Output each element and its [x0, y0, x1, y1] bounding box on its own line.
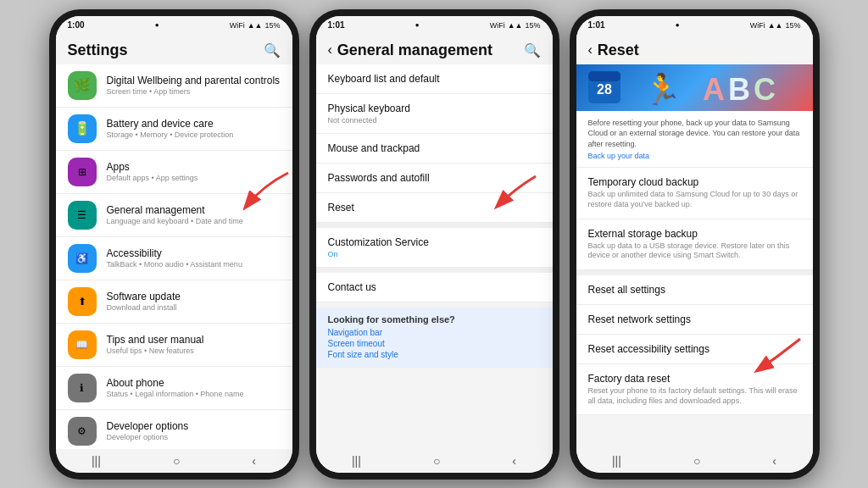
back-btn-3[interactable]: ‹	[772, 454, 776, 468]
item-title: External storage backup	[588, 228, 801, 240]
status-center-2: ●	[415, 21, 420, 29]
factory-reset-sub: Reset your phone to its factory default …	[588, 386, 801, 406]
back-btn[interactable]: ‹	[252, 454, 256, 468]
gm-title: General management	[337, 42, 492, 59]
item-subtitle: Status • Legal information • Phone name	[107, 390, 281, 398]
item-title: Developer options	[107, 420, 281, 432]
developer-icon: ⚙	[68, 417, 97, 446]
apps-icon: ⊞	[68, 158, 97, 186]
suggestion-link-font[interactable]: Font size and style	[328, 350, 541, 359]
status-bar-3: 1:01 ● WiFi ▲▲ 15%	[576, 16, 813, 35]
item-subtitle: Download and install	[107, 303, 281, 312]
item-text: Software update Download and install	[107, 291, 281, 312]
backup-link[interactable]: Back up your data	[588, 152, 801, 160]
settings-list: 🌿 Digital Wellbeing and parental control…	[56, 64, 292, 449]
software-update-icon: ⬆	[68, 287, 97, 316]
back-arrow-2[interactable]: ‹	[328, 42, 332, 58]
status-icons-1: WiFi ▲▲ 15%	[230, 21, 281, 30]
ext-storage-item[interactable]: External storage backup Back up data to …	[576, 219, 813, 270]
phone-1: 1:00 ● WiFi ▲▲ 15% Settings 🔍 🌿	[49, 9, 299, 480]
search-icon-1[interactable]: 🔍	[264, 42, 281, 58]
phone-2: 1:01 ● WiFi ▲▲ 15% ‹ General management …	[309, 9, 559, 480]
battery-1: 15%	[264, 21, 280, 30]
item-text: About phone Status • Legal information •…	[107, 377, 281, 398]
general-management-icon: ☰	[68, 201, 97, 230]
reset-item[interactable]: Reset	[316, 193, 553, 223]
list-item[interactable]: 📖 Tips and user manual Useful tips • New…	[56, 324, 292, 367]
notification-dot: ●	[155, 21, 159, 29]
item-title: Accessibility	[107, 247, 281, 259]
item-subtitle: Developer options	[107, 433, 281, 441]
time-1: 1:00	[68, 20, 85, 30]
battery-3: 15%	[785, 21, 800, 30]
list-item[interactable]: ⚙ Developer options Developer options	[56, 410, 292, 449]
customization-item[interactable]: Customization Service On	[316, 228, 553, 268]
suggestion-title: Looking for something else?	[328, 314, 541, 324]
list-item[interactable]: 🔋 Battery and device care Storage • Memo…	[56, 108, 292, 151]
temp-cloud-item[interactable]: Temporary cloud backup Back up unlimited…	[576, 168, 813, 219]
svg-text:28: 28	[597, 82, 612, 97]
item-text: Apps Default apps • App settings	[107, 161, 281, 182]
item-text: Accessibility TalkBack • Mono audio • As…	[107, 247, 281, 269]
general-management-item[interactable]: ☰ General management Language and keyboa…	[56, 194, 292, 237]
reset-network-item[interactable]: Reset network settings	[576, 305, 813, 335]
item-sub-on: On	[328, 250, 541, 258]
contact-us-item[interactable]: Contact us	[316, 273, 553, 302]
keyboard-list-item[interactable]: Keyboard list and default	[316, 64, 553, 94]
list-item[interactable]: ⊞ Apps Default apps • App settings	[56, 151, 292, 194]
list-item[interactable]: ⬆ Software update Download and install	[56, 280, 292, 324]
bottom-nav-3: ||| ○ ‹	[576, 449, 813, 473]
passwords-item[interactable]: Passwords and autofill	[316, 164, 553, 193]
item-title: Software update	[107, 291, 281, 302]
status-icons-3: WiFi ▲▲ 15%	[750, 21, 801, 30]
about-phone-item[interactable]: ℹ About phone Status • Legal information…	[56, 367, 292, 410]
item-subtitle: Default apps • App settings	[107, 174, 281, 182]
time-2: 1:01	[328, 20, 345, 30]
wifi-icon-3: WiFi	[750, 21, 765, 30]
suggestion-link-timeout[interactable]: Screen timeout	[328, 339, 541, 348]
recent-btn-3[interactable]: |||	[612, 454, 621, 468]
item-subtitle: Language and keyboard • Date and time	[107, 217, 281, 225]
svg-text:🏃: 🏃	[643, 71, 682, 108]
physical-keyboard-item[interactable]: Physical keyboard Not connected	[316, 94, 553, 134]
physical-keyboard-title: Physical keyboard	[328, 103, 541, 114]
item-title: Passwords and autofill	[328, 172, 541, 184]
list-item[interactable]: 🌿 Digital Wellbeing and parental control…	[56, 64, 292, 108]
list-item[interactable]: ♿ Accessibility TalkBack • Mono audio • …	[56, 237, 292, 280]
reset-accessibility-item[interactable]: Reset accessibility settings	[576, 335, 813, 364]
home-btn[interactable]: ○	[173, 454, 180, 468]
reset-title-header: Reset	[598, 42, 639, 59]
item-text: Tips and user manual Useful tips • New f…	[107, 334, 281, 355]
factory-reset-item[interactable]: Factory data reset Reset your phone to i…	[576, 364, 813, 415]
item-subtitle: TalkBack • Mono audio • Assistant menu	[107, 260, 281, 269]
recent-btn-2[interactable]: |||	[352, 454, 361, 468]
reset-header: ‹ Reset	[576, 35, 813, 64]
back-arrow-3[interactable]: ‹	[588, 42, 593, 58]
back-btn-2[interactable]: ‹	[512, 454, 516, 468]
bottom-nav-1: ||| ○ ‹	[56, 449, 292, 473]
item-title: Temporary cloud backup	[588, 176, 801, 188]
suggestion-link-nav[interactable]: Navigation bar	[328, 328, 541, 337]
bottom-nav-2: ||| ○ ‹	[316, 449, 553, 473]
about-phone-icon: ℹ	[68, 374, 97, 402]
reset-all-settings-item[interactable]: Reset all settings	[576, 275, 813, 305]
signal-icon-2: ▲▲	[508, 21, 523, 30]
item-sub: Back up unlimited data to Samsung Cloud …	[588, 190, 801, 209]
item-title: Mouse and trackpad	[328, 142, 541, 154]
factory-reset-title: Factory data reset	[588, 373, 801, 385]
item-title: Customization Service	[328, 236, 541, 248]
item-title: Reset all settings	[588, 284, 801, 296]
recent-btn[interactable]: |||	[92, 454, 101, 468]
wifi-icon-2: WiFi	[490, 21, 505, 30]
home-btn-3[interactable]: ○	[693, 454, 700, 468]
physical-keyboard-sub: Not connected	[328, 116, 541, 125]
search-icon-2[interactable]: 🔍	[524, 42, 541, 58]
svg-text:B: B	[728, 72, 750, 107]
status-icons-2: WiFi ▲▲ 15%	[490, 21, 541, 30]
item-subtitle: Screen time • App timers	[107, 87, 281, 96]
battery-icon: 🔋	[68, 114, 97, 143]
reset-info-box: Before resetting your phone, back up you…	[576, 111, 813, 169]
status-center-1: ●	[155, 21, 159, 29]
mouse-trackpad-item[interactable]: Mouse and trackpad	[316, 134, 553, 164]
home-btn-2[interactable]: ○	[433, 454, 440, 468]
